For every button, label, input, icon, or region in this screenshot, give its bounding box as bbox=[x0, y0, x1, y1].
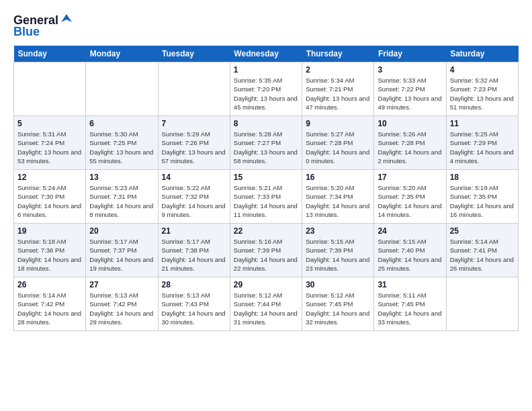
day-header-friday: Friday bbox=[374, 46, 446, 62]
day-info: Sunrise: 5:32 AMSunset: 7:23 PMDaylight:… bbox=[450, 76, 515, 111]
calendar-cell: 14Sunrise: 5:22 AMSunset: 7:32 PMDayligh… bbox=[158, 170, 230, 224]
day-info: Sunrise: 5:15 AMSunset: 7:39 PMDaylight:… bbox=[306, 237, 370, 273]
day-info: Sunrise: 5:25 AMSunset: 7:29 PMDaylight:… bbox=[450, 130, 515, 165]
calendar-cell bbox=[86, 62, 158, 116]
calendar-cell: 11Sunrise: 5:25 AMSunset: 7:29 PMDayligh… bbox=[446, 116, 518, 170]
calendar-cell: 29Sunrise: 5:12 AMSunset: 7:44 PMDayligh… bbox=[230, 277, 302, 331]
calendar-cell: 12Sunrise: 5:24 AMSunset: 7:30 PMDayligh… bbox=[14, 170, 86, 224]
day-info: Sunrise: 5:24 AMSunset: 7:30 PMDaylight:… bbox=[17, 183, 82, 219]
calendar-cell: 22Sunrise: 5:16 AMSunset: 7:39 PMDayligh… bbox=[230, 224, 302, 277]
calendar-cell: 23Sunrise: 5:15 AMSunset: 7:39 PMDayligh… bbox=[302, 224, 374, 277]
day-number: 24 bbox=[378, 226, 442, 236]
day-number: 25 bbox=[450, 226, 515, 236]
calendar-cell: 30Sunrise: 5:12 AMSunset: 7:45 PMDayligh… bbox=[302, 277, 374, 331]
calendar-cell: 31Sunrise: 5:11 AMSunset: 7:45 PMDayligh… bbox=[374, 277, 446, 331]
day-info: Sunrise: 5:14 AMSunset: 7:41 PMDaylight:… bbox=[450, 237, 515, 273]
day-info: Sunrise: 5:29 AMSunset: 7:26 PMDaylight:… bbox=[162, 130, 226, 165]
calendar-cell: 10Sunrise: 5:26 AMSunset: 7:28 PMDayligh… bbox=[374, 116, 446, 170]
day-info: Sunrise: 5:13 AMSunset: 7:43 PMDaylight:… bbox=[162, 291, 226, 326]
day-number: 5 bbox=[17, 119, 82, 128]
day-header-saturday: Saturday bbox=[446, 46, 518, 62]
day-info: Sunrise: 5:17 AMSunset: 7:37 PMDaylight:… bbox=[89, 237, 154, 273]
day-header-sunday: Sunday bbox=[14, 46, 86, 62]
page-header: General Blue bbox=[13, 13, 519, 39]
calendar-cell: 26Sunrise: 5:14 AMSunset: 7:42 PMDayligh… bbox=[14, 277, 86, 331]
calendar-cell: 4Sunrise: 5:32 AMSunset: 7:23 PMDaylight… bbox=[446, 62, 518, 116]
day-header-wednesday: Wednesday bbox=[230, 46, 302, 62]
calendar-cell: 28Sunrise: 5:13 AMSunset: 7:43 PMDayligh… bbox=[158, 277, 230, 331]
day-number: 18 bbox=[450, 173, 515, 182]
day-number: 27 bbox=[89, 280, 154, 289]
day-number: 29 bbox=[234, 280, 298, 289]
day-number: 9 bbox=[306, 119, 370, 128]
calendar-cell: 20Sunrise: 5:17 AMSunset: 7:37 PMDayligh… bbox=[86, 224, 158, 277]
day-info: Sunrise: 5:11 AMSunset: 7:45 PMDaylight:… bbox=[378, 291, 442, 326]
day-number: 10 bbox=[378, 119, 442, 128]
calendar-week-row: 5Sunrise: 5:31 AMSunset: 7:24 PMDaylight… bbox=[14, 116, 519, 170]
day-info: Sunrise: 5:31 AMSunset: 7:24 PMDaylight:… bbox=[17, 130, 82, 165]
day-number: 16 bbox=[306, 173, 370, 182]
calendar-cell: 8Sunrise: 5:28 AMSunset: 7:27 PMDaylight… bbox=[230, 116, 302, 170]
calendar-cell: 1Sunrise: 5:35 AMSunset: 7:20 PMDaylight… bbox=[230, 62, 302, 116]
day-info: Sunrise: 5:35 AMSunset: 7:20 PMDaylight:… bbox=[234, 76, 298, 111]
calendar-cell: 3Sunrise: 5:33 AMSunset: 7:22 PMDaylight… bbox=[374, 62, 446, 116]
day-number: 7 bbox=[162, 119, 226, 128]
day-number: 31 bbox=[378, 280, 442, 289]
day-number: 4 bbox=[450, 65, 515, 75]
day-info: Sunrise: 5:20 AMSunset: 7:34 PMDaylight:… bbox=[306, 183, 370, 219]
day-info: Sunrise: 5:23 AMSunset: 7:31 PMDaylight:… bbox=[89, 183, 154, 219]
day-info: Sunrise: 5:19 AMSunset: 7:35 PMDaylight:… bbox=[450, 183, 515, 219]
day-number: 17 bbox=[378, 173, 442, 182]
calendar-cell: 17Sunrise: 5:20 AMSunset: 7:35 PMDayligh… bbox=[374, 170, 446, 224]
day-number: 2 bbox=[306, 65, 370, 75]
day-number: 8 bbox=[234, 119, 298, 128]
logo: General Blue bbox=[13, 13, 73, 39]
day-number: 22 bbox=[234, 226, 298, 236]
day-info: Sunrise: 5:20 AMSunset: 7:35 PMDaylight:… bbox=[378, 183, 442, 219]
logo-blue-text: Blue bbox=[13, 25, 40, 39]
day-info: Sunrise: 5:18 AMSunset: 7:36 PMDaylight:… bbox=[17, 237, 82, 273]
day-number: 15 bbox=[234, 173, 298, 182]
day-header-monday: Monday bbox=[86, 46, 158, 62]
calendar-cell: 18Sunrise: 5:19 AMSunset: 7:35 PMDayligh… bbox=[446, 170, 518, 224]
calendar-cell: 5Sunrise: 5:31 AMSunset: 7:24 PMDaylight… bbox=[14, 116, 86, 170]
calendar-cell bbox=[158, 62, 230, 116]
calendar-cell: 6Sunrise: 5:30 AMSunset: 7:25 PMDaylight… bbox=[86, 116, 158, 170]
calendar-week-row: 12Sunrise: 5:24 AMSunset: 7:30 PMDayligh… bbox=[14, 170, 519, 224]
day-info: Sunrise: 5:15 AMSunset: 7:40 PMDaylight:… bbox=[378, 237, 442, 273]
calendar-cell: 25Sunrise: 5:14 AMSunset: 7:41 PMDayligh… bbox=[446, 224, 518, 277]
day-info: Sunrise: 5:28 AMSunset: 7:27 PMDaylight:… bbox=[234, 130, 298, 165]
day-info: Sunrise: 5:30 AMSunset: 7:25 PMDaylight:… bbox=[89, 130, 154, 165]
calendar-cell: 27Sunrise: 5:13 AMSunset: 7:42 PMDayligh… bbox=[86, 277, 158, 331]
day-info: Sunrise: 5:16 AMSunset: 7:39 PMDaylight:… bbox=[234, 237, 298, 273]
day-info: Sunrise: 5:12 AMSunset: 7:44 PMDaylight:… bbox=[234, 291, 298, 326]
day-number: 6 bbox=[89, 119, 154, 128]
day-info: Sunrise: 5:26 AMSunset: 7:28 PMDaylight:… bbox=[378, 130, 442, 165]
day-number: 11 bbox=[450, 119, 515, 128]
day-number: 14 bbox=[162, 173, 226, 182]
calendar-cell: 2Sunrise: 5:34 AMSunset: 7:21 PMDaylight… bbox=[302, 62, 374, 116]
day-number: 30 bbox=[306, 280, 370, 289]
calendar-cell bbox=[446, 277, 518, 331]
svg-marker-0 bbox=[61, 14, 72, 22]
calendar-cell: 21Sunrise: 5:17 AMSunset: 7:38 PMDayligh… bbox=[158, 224, 230, 277]
calendar-week-row: 19Sunrise: 5:18 AMSunset: 7:36 PMDayligh… bbox=[14, 224, 519, 277]
calendar-table: SundayMondayTuesdayWednesdayThursdayFrid… bbox=[13, 46, 519, 331]
calendar-cell: 16Sunrise: 5:20 AMSunset: 7:34 PMDayligh… bbox=[302, 170, 374, 224]
day-info: Sunrise: 5:27 AMSunset: 7:28 PMDaylight:… bbox=[306, 130, 370, 165]
calendar-cell: 15Sunrise: 5:21 AMSunset: 7:33 PMDayligh… bbox=[230, 170, 302, 224]
calendar-cell: 13Sunrise: 5:23 AMSunset: 7:31 PMDayligh… bbox=[86, 170, 158, 224]
day-number: 1 bbox=[234, 65, 298, 75]
days-header-row: SundayMondayTuesdayWednesdayThursdayFrid… bbox=[14, 46, 519, 62]
day-info: Sunrise: 5:22 AMSunset: 7:32 PMDaylight:… bbox=[162, 183, 226, 219]
day-info: Sunrise: 5:12 AMSunset: 7:45 PMDaylight:… bbox=[306, 291, 370, 326]
day-number: 19 bbox=[17, 226, 82, 236]
day-number: 13 bbox=[89, 173, 154, 182]
calendar-cell: 9Sunrise: 5:27 AMSunset: 7:28 PMDaylight… bbox=[302, 116, 374, 170]
day-number: 28 bbox=[162, 280, 226, 289]
day-info: Sunrise: 5:34 AMSunset: 7:21 PMDaylight:… bbox=[306, 76, 370, 111]
day-info: Sunrise: 5:13 AMSunset: 7:42 PMDaylight:… bbox=[89, 291, 154, 326]
calendar-cell: 7Sunrise: 5:29 AMSunset: 7:26 PMDaylight… bbox=[158, 116, 230, 170]
calendar-cell bbox=[14, 62, 86, 116]
day-header-thursday: Thursday bbox=[302, 46, 374, 62]
